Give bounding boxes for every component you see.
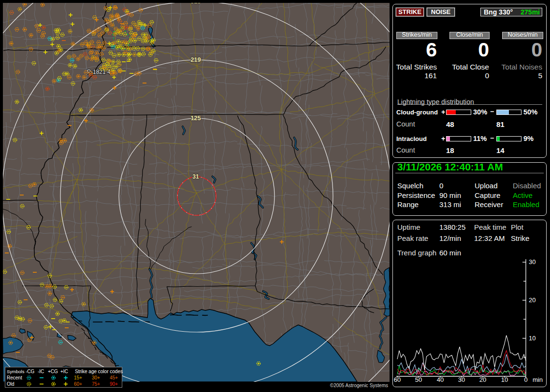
- svg-text:0: 0: [524, 376, 527, 383]
- svg-text:10: 10: [501, 376, 508, 383]
- svg-text:20: 20: [479, 376, 486, 383]
- svg-text:50: 50: [415, 376, 422, 383]
- svg-text:20: 20: [529, 296, 536, 304]
- svg-text:60: 60: [394, 376, 401, 383]
- svg-text:10: 10: [529, 335, 536, 342]
- svg-text:40: 40: [437, 376, 444, 383]
- svg-text:30: 30: [458, 376, 465, 383]
- svg-text:min: min: [533, 376, 543, 383]
- svg-text:30: 30: [529, 258, 536, 266]
